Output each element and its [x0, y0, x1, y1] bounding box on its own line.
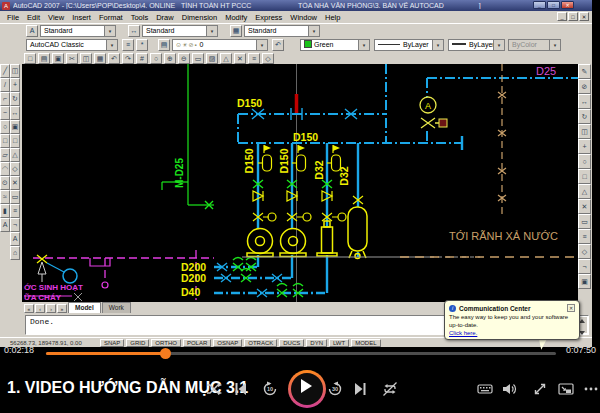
draw-tool-icon[interactable]: ▣: [10, 120, 20, 134]
layer-combo[interactable]: ⊙☀⊘▪ 0: [172, 39, 268, 51]
modify-tool-icon[interactable]: ◇: [578, 244, 591, 259]
draw-tool-icon[interactable]: A: [0, 218, 10, 232]
draw-tool-icon[interactable]: ◫: [10, 64, 20, 78]
tab-nav-button[interactable]: ‹: [35, 304, 45, 313]
status-toggle-button[interactable]: ORTHO: [151, 339, 181, 347]
menu-item[interactable]: Edit: [23, 13, 44, 22]
modify-tool-icon[interactable]: □: [578, 169, 591, 184]
toolbar-icon[interactable]: ▭: [192, 53, 204, 64]
toolbar-icon[interactable]: ≡: [248, 53, 260, 64]
menu-item[interactable]: Modify: [221, 13, 251, 22]
modify-tool-icon[interactable]: ◫: [578, 124, 591, 139]
menu-item[interactable]: Tools: [127, 13, 153, 22]
menu-item[interactable]: Help: [321, 13, 344, 22]
modify-tool-icon[interactable]: ▣: [578, 274, 591, 289]
dim-style-combo[interactable]: Standard: [142, 25, 218, 37]
status-toggle-button[interactable]: DYN: [306, 339, 327, 347]
draw-tool-icon[interactable]: ¬: [10, 218, 20, 232]
workspace-combo[interactable]: AutoCAD Classic: [26, 39, 118, 51]
draw-tool-icon[interactable]: □: [0, 134, 10, 148]
layer-previous-icon[interactable]: ↶: [272, 39, 284, 51]
next-button[interactable]: [352, 381, 368, 397]
menu-item[interactable]: File: [3, 13, 23, 22]
status-toggle-button[interactable]: SNAP: [100, 339, 124, 347]
modify-tool-icon[interactable]: △: [578, 184, 591, 199]
pip-button[interactable]: [558, 381, 574, 397]
toolbar-icon[interactable]: ◇: [262, 53, 274, 64]
toolbar-icon[interactable]: ⊖: [178, 53, 190, 64]
toolbar-icon[interactable]: ✂: [66, 53, 78, 64]
modify-tool-icon[interactable]: ▭: [578, 214, 591, 229]
workspace-settings-icon[interactable]: ≡: [122, 39, 134, 51]
draw-tool-icon[interactable]: /: [0, 78, 10, 92]
text-style-combo[interactable]: Standard: [40, 25, 116, 37]
table-style-combo[interactable]: Standard: [244, 25, 320, 37]
status-toggle-button[interactable]: LWT: [329, 339, 349, 347]
toolbar-icon[interactable]: #: [136, 53, 148, 64]
previous-button[interactable]: [233, 381, 249, 397]
draw-tool-icon[interactable]: ▮: [0, 204, 10, 218]
toolbar-icon[interactable]: ◫: [80, 53, 92, 64]
text-style-icon[interactable]: A: [26, 25, 38, 37]
lineweight-combo[interactable]: ByLayer: [448, 39, 505, 51]
status-toggle-button[interactable]: POLAR: [183, 339, 211, 347]
restore-button[interactable]: □: [547, 1, 560, 9]
menu-item[interactable]: Draw: [152, 13, 178, 22]
forward-30-button[interactable]: 30: [327, 381, 343, 397]
volume-button[interactable]: [501, 381, 517, 397]
modify-tool-icon[interactable]: ⊘: [578, 79, 591, 94]
modify-tool-icon[interactable]: ¬: [578, 259, 591, 274]
draw-tool-icon[interactable]: □: [10, 134, 20, 148]
linetype-combo[interactable]: ByLayer: [374, 39, 444, 51]
toolbar-icon[interactable]: △: [220, 53, 232, 64]
draw-tool-icon[interactable]: ╱: [0, 64, 10, 78]
modify-tool-icon[interactable]: ↻: [578, 109, 591, 124]
repeat-off-button[interactable]: [382, 381, 398, 397]
seek-bar[interactable]: [46, 352, 556, 355]
color-combo[interactable]: Green: [300, 39, 370, 51]
draw-tool-icon[interactable]: ↔: [10, 106, 20, 120]
mdi-button[interactable]: ✕: [579, 12, 589, 21]
draw-tool-icon[interactable]: ≈: [0, 190, 10, 204]
more-options-button[interactable]: [583, 381, 599, 397]
workspace-save-icon[interactable]: *: [136, 39, 148, 51]
toolbar-icon[interactable]: ✕: [234, 53, 246, 64]
toolbar-icon[interactable]: ⊕: [164, 53, 176, 64]
menu-item[interactable]: Dimension: [178, 13, 221, 22]
status-toggle-button[interactable]: DUCS: [279, 339, 304, 347]
tab-nav-button[interactable]: ›: [46, 304, 56, 313]
draw-tool-icon[interactable]: A: [10, 232, 20, 246]
draw-tool-icon[interactable]: ○: [0, 120, 10, 134]
modify-tool-icon[interactable]: ≡: [578, 229, 591, 244]
draw-tool-icon[interactable]: ⌂: [10, 246, 20, 260]
toolbar-icon[interactable]: ○: [150, 53, 162, 64]
balloon-close-icon[interactable]: ✕: [567, 304, 575, 312]
menu-item[interactable]: Express: [251, 13, 286, 22]
draw-tool-icon[interactable]: ~: [0, 106, 10, 120]
draw-tool-icon[interactable]: ↻: [10, 92, 20, 106]
draw-tool-icon[interactable]: ⌐: [0, 92, 10, 106]
status-toggle-button[interactable]: OSNAP: [213, 339, 242, 347]
draw-tool-icon[interactable]: ◠: [0, 162, 10, 176]
tab-work[interactable]: Work: [102, 302, 131, 313]
layer-properties-icon[interactable]: ▤: [158, 39, 170, 51]
draw-tool-icon[interactable]: +: [10, 78, 20, 92]
status-toggle-button[interactable]: MODEL: [351, 339, 380, 347]
draw-tool-icon[interactable]: ◇: [10, 162, 20, 176]
keyboard-button[interactable]: [477, 381, 493, 397]
balloon-link[interactable]: Click here.: [449, 330, 477, 336]
draw-tool-icon[interactable]: △: [10, 148, 20, 162]
drawing-canvas[interactable]: A: [22, 64, 578, 302]
play-button[interactable]: [288, 370, 326, 408]
menu-item[interactable]: Format: [95, 13, 127, 22]
toolbar-icon[interactable]: ↶: [108, 53, 120, 64]
fullscreen-button[interactable]: [532, 381, 548, 397]
status-toggle-button[interactable]: GRID: [126, 339, 149, 347]
draw-tool-icon[interactable]: ≡: [10, 204, 20, 218]
toolbar-icon[interactable]: ▨: [206, 53, 218, 64]
modify-tool-icon[interactable]: +: [578, 139, 591, 154]
modify-tool-icon[interactable]: ✕: [578, 199, 591, 214]
draw-tool-icon[interactable]: ⊙: [0, 176, 10, 190]
mdi-button[interactable]: □: [568, 12, 578, 21]
tab-nav-button[interactable]: »: [57, 304, 67, 313]
